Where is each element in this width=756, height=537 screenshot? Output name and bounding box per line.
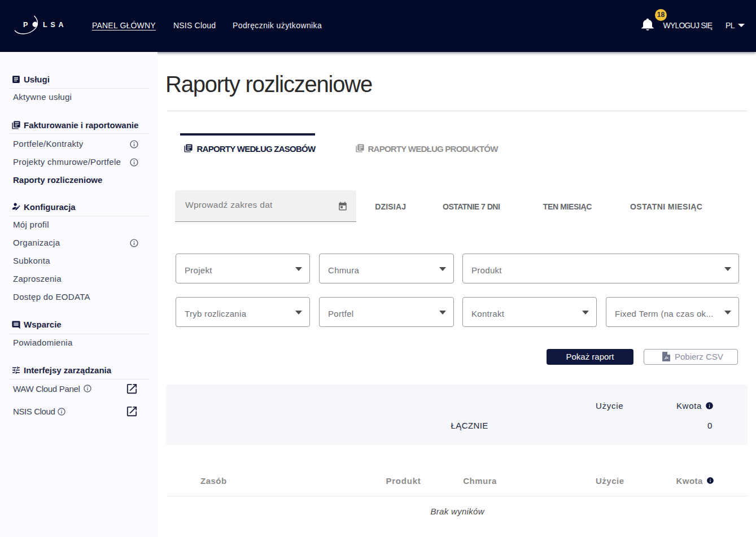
svg-text:L: L [43,21,47,29]
svg-text:P: P [23,21,28,29]
svg-text:S: S [51,21,55,29]
svg-text:A: A [59,21,64,29]
